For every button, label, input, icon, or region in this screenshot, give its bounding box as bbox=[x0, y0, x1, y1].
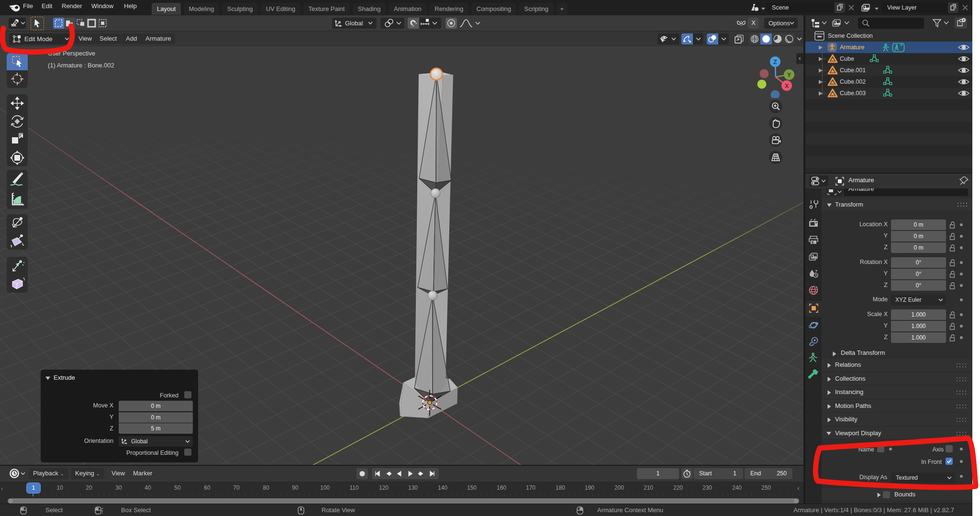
svg-text:Y: Y bbox=[787, 71, 791, 78]
svg-text:X: X bbox=[785, 82, 789, 89]
svg-text:Z: Z bbox=[773, 58, 777, 66]
